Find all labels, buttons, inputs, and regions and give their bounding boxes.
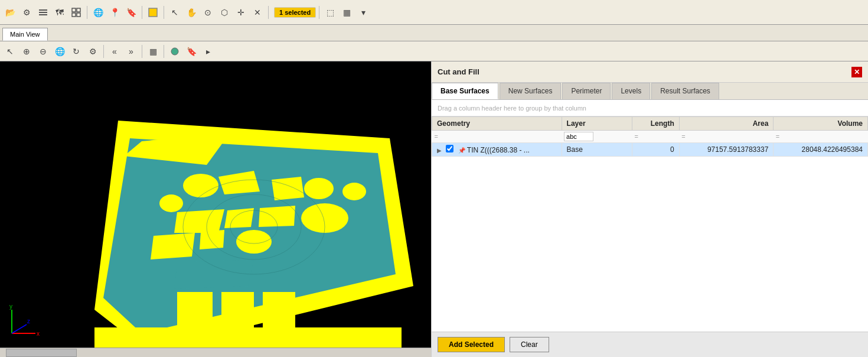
cursor-icon[interactable]: ↖ [167,5,182,20]
bookmark-icon[interactable]: 🔖 [123,5,139,20]
filter-volume-eq: = [776,133,779,140]
layers-icon[interactable] [35,5,51,20]
lasso-icon[interactable]: ⊙ [200,5,216,20]
svg-text:y: y [9,304,12,310]
svg-marker-24 [200,230,224,249]
map-icon[interactable]: 🗺 [52,5,67,20]
split-icon[interactable]: ▦ [339,5,354,20]
axis-indicator: x y z [6,304,41,339]
svg-rect-28 [221,292,254,327]
filter-layer-cell[interactable] [562,131,632,143]
filter-geometry-eq: = [435,133,438,140]
table-row[interactable]: ▶ 📌 TIN Z(((2688.38 - ... Base 0 97157.5… [432,143,868,157]
filter-length-cell: = [632,131,679,143]
clear-button[interactable]: Clear [510,337,549,352]
cut-fill-dialog: Cut and Fill ✕ Base Surfaces New Surface… [431,61,868,357]
svg-rect-7 [149,8,157,17]
move-select-icon[interactable]: ✛ [233,5,249,20]
row-expander[interactable]: ▶ [437,147,442,154]
filter-volume-cell: = [774,131,868,143]
pin-icon: 📌 [458,147,465,154]
geometry-value: TIN Z(((2688.38 - ... [467,146,530,154]
sep3 [164,6,164,19]
svg-marker-16 [272,177,304,200]
map-area[interactable]: x y z [0,61,431,357]
globe-nav-icon[interactable]: 🌐 [52,44,67,59]
select-rect-icon[interactable] [145,5,161,20]
filter-layer-input[interactable] [564,132,593,141]
table-view-icon[interactable]: ▦ [145,44,161,59]
poly-select-icon[interactable]: ⬡ [217,5,232,20]
svg-marker-23 [151,233,195,259]
move-icon[interactable]: ⬚ [322,5,338,20]
cell-area: 97157.5913783337 [679,143,774,157]
zoom-in-icon[interactable]: ⊕ [19,44,34,59]
pin-icon[interactable]: 📍 [107,5,122,20]
sep5 [319,6,319,19]
col-length: Length [632,117,679,131]
svg-point-18 [342,183,366,200]
svg-point-17 [304,178,334,199]
drag-hint: Drag a column header here to group by th… [432,100,868,116]
svg-text:x: x [37,330,40,337]
hand-icon[interactable]: ✋ [184,5,199,20]
sep6 [103,45,104,58]
svg-rect-5 [72,13,76,17]
grid-icon[interactable] [68,5,84,20]
dropdown-icon[interactable]: ▾ [355,5,371,20]
cell-layer: Base [562,143,632,157]
map-canvas [0,61,431,357]
row-checkbox[interactable] [446,145,453,152]
open-icon[interactable]: 📂 [2,5,18,20]
more2-icon[interactable]: ▸ [200,44,216,59]
nav-fwd-icon[interactable]: » [123,44,139,59]
dialog-footer: Add Selected Clear [432,332,868,357]
tab-base-surfaces[interactable]: Base Surfaces [432,83,498,99]
data-table[interactable]: Geometry Layer Length Area Volume = [432,116,868,332]
filter-geometry-cell: = [432,131,562,143]
main-layout: x y z Cut and Fill ✕ Base Surfaces New S… [0,61,868,357]
style-dropdown-icon[interactable] [167,44,182,59]
tab-bar: Base Surfaces New Surfaces Perimeter Lev… [432,83,868,100]
delete-icon[interactable]: ✕ [250,5,265,20]
svg-point-8 [171,48,178,55]
tab-new-surfaces[interactable]: New Surfaces [500,83,562,99]
filter-row: = = = = [432,131,868,143]
add-selected-button[interactable]: Add Selected [438,337,505,352]
sep7 [142,45,142,58]
tab-result-surfaces[interactable]: Result Surfaces [651,83,719,99]
zoom-out-icon[interactable]: ⊖ [35,44,51,59]
settings-icon[interactable]: ⚙ [85,44,100,59]
globe-icon[interactable]: 🌐 [90,5,106,20]
arrow-icon[interactable]: ↖ [2,44,18,59]
dialog-titlebar: Cut and Fill ✕ [432,61,868,83]
map-hscroll[interactable] [0,348,431,357]
bookmark2-icon[interactable]: 🔖 [184,44,199,59]
filter-area-eq: = [681,133,685,140]
rotate-icon[interactable]: ↻ [68,44,84,59]
svg-point-14 [159,194,183,212]
col-layer: Layer [562,117,632,131]
svg-marker-26 [174,259,254,289]
svg-rect-1 [39,12,47,13]
sep1 [87,6,87,19]
sep4 [268,6,269,19]
tab-levels[interactable]: Levels [612,83,650,99]
cell-volume: 28048.4226495384 [774,143,868,157]
selected-count-badge: 1 selected [274,7,316,18]
sep8 [164,45,164,58]
close-button[interactable]: ✕ [851,67,862,77]
col-area: Area [679,117,774,131]
svg-rect-6 [77,13,80,17]
svg-marker-19 [174,209,224,233]
nav-back-icon[interactable]: « [107,44,122,59]
svg-rect-4 [77,8,80,12]
filter-area-cell: = [679,131,774,143]
properties-icon[interactable]: ⚙ [19,5,34,20]
main-view-tab[interactable]: Main View [2,28,48,41]
filter-length-eq: = [634,133,638,140]
cell-geometry: ▶ 📌 TIN Z(((2688.38 - ... [432,143,562,157]
table-header-row: Geometry Layer Length Area Volume [432,117,868,131]
tab-perimeter[interactable]: Perimeter [562,83,611,99]
svg-rect-3 [72,8,76,12]
